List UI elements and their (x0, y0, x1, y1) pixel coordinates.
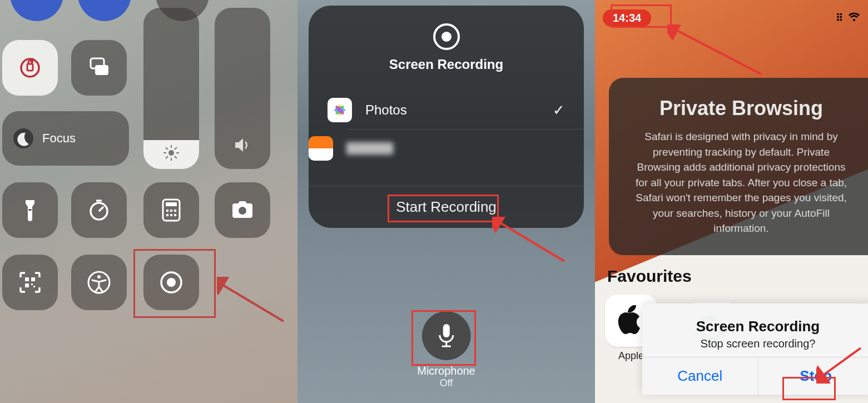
calculator-button[interactable] (143, 182, 199, 238)
camera-icon (230, 200, 255, 220)
screen-recording-card: Screen Recording Photos ✓ Start Recordin… (309, 6, 584, 228)
svg-line-10 (166, 147, 168, 150)
wifi-toggle[interactable] (78, 0, 131, 21)
timer-icon (87, 198, 111, 222)
safari-panel: 14:34 ⠿ Private Browsing Safari is desig… (595, 0, 868, 403)
speaker-icon (233, 136, 252, 155)
recording-time-pill[interactable]: 14:34 (603, 9, 651, 27)
microphone-toggle[interactable] (421, 311, 470, 360)
microphone-label: Microphone (417, 365, 475, 377)
svg-rect-19 (166, 202, 177, 206)
record-icon (158, 270, 184, 295)
screen-recording-title: Screen Recording (389, 57, 503, 72)
control-center-panel: Focus (0, 0, 297, 403)
microphone-icon (436, 323, 456, 349)
volume-slider[interactable] (215, 8, 270, 169)
svg-line-12 (175, 147, 177, 150)
destination-list: Photos ✓ (309, 91, 584, 167)
private-browsing-title: Private Browsing (631, 97, 851, 120)
status-bar: 14:34 ⠿ (595, 6, 868, 30)
svg-rect-46 (443, 324, 449, 337)
flashlight-button[interactable] (2, 182, 58, 238)
svg-point-5 (168, 150, 174, 156)
svg-rect-3 (95, 65, 108, 75)
calculator-icon (162, 198, 181, 222)
start-recording-button[interactable]: Start Recording (309, 186, 584, 228)
wifi-icon (848, 12, 860, 23)
orientation-lock-button[interactable] (2, 40, 58, 96)
svg-rect-29 (25, 283, 29, 287)
svg-point-20 (166, 210, 169, 212)
destination-item-photos[interactable]: Photos ✓ (309, 91, 584, 129)
svg-point-25 (174, 214, 177, 217)
svg-line-13 (166, 156, 168, 158)
alert-message: Stop screen recording? (659, 337, 857, 350)
sun-icon (163, 145, 180, 161)
microphone-state: Off (417, 377, 475, 389)
svg-line-11 (175, 156, 177, 158)
svg-point-26 (239, 207, 246, 215)
alert-title: Screen Recording (659, 318, 857, 335)
destination-label: Photos (365, 102, 407, 118)
focus-button[interactable]: Focus (2, 111, 129, 166)
svg-point-33 (97, 275, 101, 278)
svg-point-24 (170, 214, 173, 217)
svg-rect-31 (33, 286, 35, 287)
accessibility-button[interactable] (71, 255, 127, 310)
apple-logo-icon (618, 305, 644, 336)
brightness-slider[interactable] (143, 8, 199, 169)
flashlight-icon (21, 198, 39, 222)
screen-record-button[interactable] (143, 255, 199, 310)
svg-point-22 (174, 210, 177, 212)
accessibility-icon (87, 270, 111, 295)
favourites-heading: Favourites (607, 267, 692, 286)
cellular-icon: ⠿ (836, 12, 844, 23)
qr-scan-button[interactable] (2, 255, 58, 310)
svg-rect-28 (31, 277, 35, 281)
qr-scan-icon (18, 271, 42, 294)
svg-line-16 (99, 207, 103, 211)
annotation-arrow-icon (217, 277, 289, 327)
screen-recording-panel: Screen Recording Photos ✓ Start Recordin… (297, 0, 595, 403)
other-app-icon (309, 136, 333, 161)
screen-mirroring-button[interactable] (71, 40, 127, 96)
checkmark-icon: ✓ (553, 102, 565, 119)
focus-label: Focus (42, 131, 76, 146)
redacted-label (346, 142, 393, 155)
stop-recording-alert: Screen Recording Stop screen recording? … (642, 304, 868, 395)
timer-button[interactable] (71, 182, 127, 238)
stop-button[interactable]: Stop (758, 357, 869, 395)
svg-point-21 (170, 210, 173, 212)
orientation-lock-icon (16, 54, 44, 82)
svg-point-38 (442, 32, 452, 42)
svg-point-35 (167, 278, 176, 287)
svg-rect-1 (27, 64, 33, 71)
svg-rect-30 (31, 283, 33, 285)
photos-app-icon (328, 98, 352, 122)
private-browsing-body: Safari is designed with privacy in mind … (631, 129, 851, 236)
status-bar-icons: ⠿ (836, 12, 860, 24)
microphone-section: Microphone Off (417, 311, 475, 389)
svg-line-36 (220, 283, 284, 321)
airplane-toggle[interactable] (10, 0, 63, 21)
svg-rect-14 (28, 209, 32, 211)
camera-button[interactable] (215, 182, 270, 238)
destination-item-other[interactable] (349, 129, 584, 167)
cancel-button[interactable]: Cancel (642, 357, 758, 395)
moon-icon (12, 127, 34, 150)
svg-point-0 (21, 59, 39, 77)
record-icon (431, 21, 462, 52)
private-browsing-card: Private Browsing Safari is designed with… (609, 78, 868, 255)
screen-mirroring-icon (86, 55, 112, 81)
svg-point-23 (166, 214, 169, 217)
svg-rect-27 (25, 277, 29, 281)
